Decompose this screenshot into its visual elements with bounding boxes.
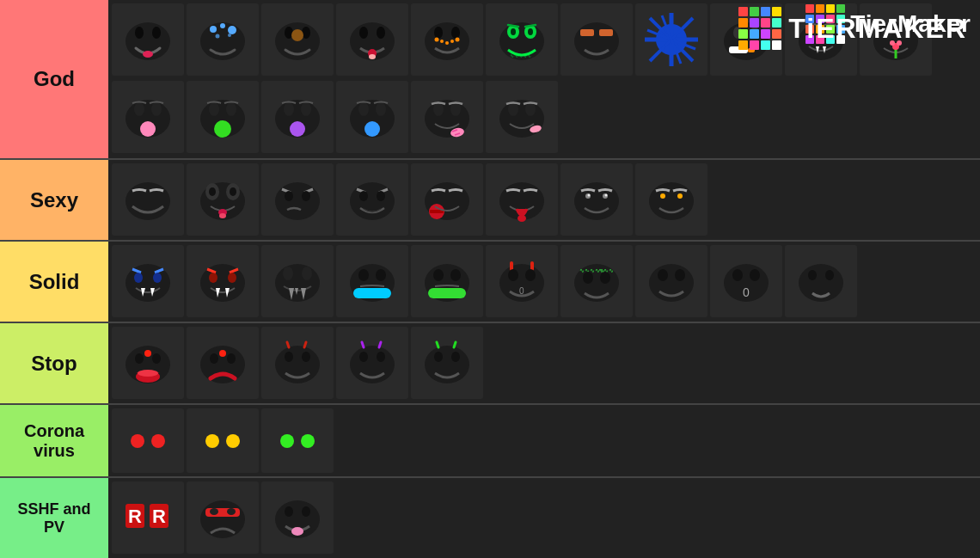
svg-point-153 <box>660 193 665 199</box>
svg-point-141 <box>377 191 385 201</box>
svg-point-152 <box>649 182 694 220</box>
face-item[interactable] <box>336 81 408 153</box>
face-item[interactable] <box>560 163 633 236</box>
svg-point-159 <box>153 273 162 283</box>
svg-point-117 <box>364 121 380 137</box>
svg-point-195 <box>750 269 760 281</box>
tiermaker-branding: TiERMAKER <box>738 7 967 50</box>
face-item[interactable] <box>635 245 707 317</box>
tier-items-sexy <box>108 160 980 240</box>
svg-point-66 <box>450 40 454 43</box>
svg-point-112 <box>301 102 311 116</box>
face-item[interactable] <box>261 327 334 399</box>
face-item[interactable] <box>261 245 334 317</box>
tier-row-sshf: SSHF and PV R R <box>0 478 980 558</box>
face-item[interactable] <box>112 245 184 317</box>
face-item[interactable] <box>261 481 334 554</box>
face-item[interactable] <box>187 245 259 317</box>
svg-point-151 <box>605 194 608 197</box>
face-item[interactable] <box>336 163 408 236</box>
svg-point-192 <box>675 269 685 281</box>
face-item[interactable] <box>112 408 184 473</box>
face-item[interactable] <box>187 81 259 153</box>
svg-point-132 <box>209 187 216 196</box>
svg-point-191 <box>658 269 668 281</box>
svg-point-108 <box>226 102 236 116</box>
svg-point-63 <box>451 27 460 39</box>
svg-point-115 <box>358 102 369 116</box>
svg-line-212 <box>304 342 306 347</box>
svg-text:R: R <box>128 506 142 527</box>
face-item[interactable] <box>112 3 184 76</box>
face-item[interactable] <box>112 327 184 399</box>
face-item[interactable] <box>261 81 334 153</box>
face-item[interactable] <box>411 3 483 76</box>
svg-point-240 <box>285 506 293 517</box>
tier-items-sshf: R R <box>108 478 980 558</box>
face-item[interactable] <box>187 481 259 554</box>
face-item[interactable] <box>187 327 259 399</box>
svg-point-205 <box>138 370 158 377</box>
svg-line-217 <box>379 342 381 347</box>
svg-point-140 <box>359 191 368 201</box>
svg-text:∿∿∿∿∿: ∿∿∿∿∿ <box>510 53 531 58</box>
face-item[interactable]: R R <box>112 481 184 554</box>
face-item[interactable] <box>486 163 558 236</box>
svg-point-225 <box>131 434 144 448</box>
svg-point-47 <box>210 26 217 33</box>
tier-label-god: God <box>0 0 108 158</box>
face-item[interactable] <box>112 81 184 153</box>
face-item[interactable] <box>785 245 857 317</box>
face-item[interactable] <box>261 408 334 473</box>
face-item[interactable] <box>336 245 408 317</box>
svg-point-207 <box>219 350 226 357</box>
svg-point-242 <box>291 527 303 536</box>
face-item[interactable]: 0 <box>486 245 558 317</box>
svg-point-218 <box>359 352 368 362</box>
face-item[interactable] <box>635 163 707 236</box>
face-item[interactable] <box>411 81 483 153</box>
svg-point-202 <box>135 353 144 364</box>
tier-row-solid: Solid <box>0 242 980 323</box>
svg-point-166 <box>283 267 293 280</box>
svg-line-211 <box>287 342 289 347</box>
svg-point-65 <box>440 40 444 43</box>
face-item[interactable]: ∿∿∿∿∿ <box>486 3 558 76</box>
svg-point-67 <box>456 38 460 42</box>
tier-label-corona: Corona virus <box>0 405 108 476</box>
svg-point-183 <box>525 269 536 281</box>
svg-point-51 <box>228 34 231 37</box>
svg-point-64 <box>435 38 439 42</box>
svg-point-103 <box>134 102 144 116</box>
face-item[interactable] <box>187 3 259 76</box>
face-item[interactable] <box>336 327 408 399</box>
svg-point-113 <box>290 121 305 137</box>
face-item[interactable] <box>411 245 483 317</box>
face-item[interactable] <box>187 163 259 236</box>
svg-point-167 <box>302 267 312 280</box>
face-item[interactable] <box>187 408 259 473</box>
face-item[interactable] <box>411 163 483 236</box>
svg-point-139 <box>350 182 395 220</box>
face-item[interactable]: ∿∿∿∿∿ ∿∿∿ <box>560 245 633 317</box>
face-item[interactable] <box>336 3 408 76</box>
svg-point-188 <box>583 272 593 284</box>
face-item[interactable] <box>560 3 633 76</box>
svg-point-44 <box>152 27 161 39</box>
face-item[interactable] <box>635 3 707 76</box>
face-item[interactable] <box>261 3 334 76</box>
svg-text:0: 0 <box>743 285 750 299</box>
svg-point-128 <box>126 182 170 220</box>
face-item[interactable] <box>261 163 334 236</box>
svg-point-158 <box>134 273 143 283</box>
svg-point-172 <box>358 269 369 281</box>
svg-point-58 <box>377 27 385 39</box>
face-item[interactable]: 0 <box>710 245 782 317</box>
svg-rect-76 <box>580 29 594 36</box>
svg-point-125 <box>508 102 518 116</box>
svg-rect-174 <box>353 288 391 298</box>
face-item[interactable] <box>411 327 483 399</box>
face-item[interactable] <box>486 81 558 153</box>
face-item[interactable] <box>112 163 184 236</box>
tier-row-sexy: Sexy <box>0 160 980 242</box>
